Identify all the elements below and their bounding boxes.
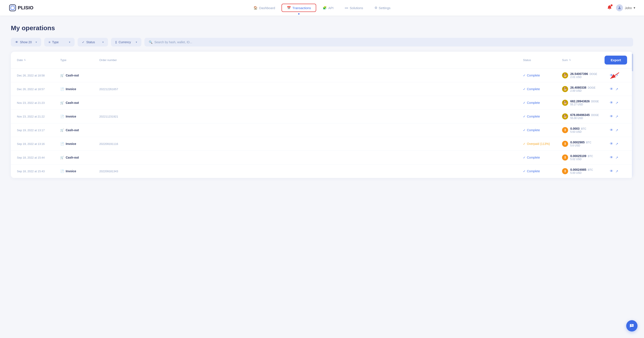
user-menu[interactable]: John ▾ bbox=[616, 4, 635, 11]
status-check-icon: ✓ bbox=[82, 40, 84, 44]
status-chevron-icon: ▾ bbox=[102, 41, 104, 44]
status-check-icon: ✓ bbox=[523, 74, 526, 77]
cell-type: 📄 Invoice bbox=[60, 142, 99, 145]
cell-sum: 🐕 26.4080338 DOGE 2.00 USD bbox=[562, 86, 610, 92]
status-check-icon: ✓ bbox=[523, 142, 526, 145]
notification-bell[interactable] bbox=[607, 5, 612, 11]
main-content: My operations 👁 Show 20 ▾ ≡ Type ▾ ✓ Sta… bbox=[0, 16, 644, 187]
doge-icon: 🐕 bbox=[562, 113, 568, 119]
btc-icon: ₿ bbox=[562, 168, 568, 174]
search-box[interactable]: 🔍 bbox=[144, 38, 633, 47]
transactions-table: Date ⇅ Type Order number Status Sum ⇅ Ex… bbox=[11, 52, 633, 178]
gear-icon: ⚙ bbox=[374, 6, 377, 10]
cell-actions: 👁 ↗ bbox=[610, 114, 627, 119]
nav-dashboard[interactable]: 🏠 Dashboard bbox=[249, 4, 280, 12]
col-order: Order number bbox=[99, 58, 523, 62]
date-sort-icon[interactable]: ⇅ bbox=[24, 59, 26, 62]
nav-transactions[interactable]: 📅 Transactions bbox=[282, 4, 316, 12]
external-link-icon[interactable]: ↗ bbox=[616, 73, 618, 78]
scrollbar-thumb[interactable] bbox=[632, 54, 633, 71]
external-link-icon[interactable]: ↗ bbox=[616, 169, 618, 173]
cell-type: 🛒 Cash-out bbox=[60, 128, 99, 132]
doge-icon: 🐕 bbox=[562, 100, 568, 106]
status-check-icon: ✓ bbox=[523, 101, 526, 104]
view-icon[interactable]: 👁 bbox=[610, 87, 613, 91]
currency-chevron-icon: ▾ bbox=[136, 41, 137, 44]
cell-date: Sep 19, 2022 at 13:16 bbox=[17, 142, 60, 145]
cell-status: ✓ Complete bbox=[523, 87, 562, 91]
table-row: Dec 26, 2022 at 18:58 🛒 Cash-out ✓ Compl… bbox=[11, 69, 633, 82]
cell-date: Nov 23, 2022 at 21:23 bbox=[17, 101, 60, 104]
dots-icon: ••• bbox=[345, 6, 348, 10]
logo[interactable]: PLISIO bbox=[9, 4, 34, 12]
avatar bbox=[616, 4, 623, 11]
user-icon bbox=[618, 6, 622, 10]
external-link-icon[interactable]: ↗ bbox=[616, 114, 618, 119]
view-icon[interactable]: 👁 bbox=[610, 169, 613, 173]
invoice-icon: 📄 bbox=[60, 142, 64, 145]
external-link-icon[interactable]: ↗ bbox=[616, 142, 618, 146]
search-input[interactable] bbox=[154, 40, 629, 44]
nav-api[interactable]: 🧩 API bbox=[318, 4, 338, 12]
cell-status: ✓ Complete bbox=[523, 74, 562, 77]
show-filter[interactable]: 👁 Show 20 ▾ bbox=[11, 38, 41, 47]
cell-status: ✓ Complete bbox=[523, 115, 562, 118]
sum-sort-icon[interactable]: ⇅ bbox=[569, 59, 571, 62]
external-link-icon[interactable]: ↗ bbox=[616, 101, 618, 105]
type-chevron-icon: ▾ bbox=[69, 41, 70, 44]
external-link-icon[interactable]: ↗ bbox=[616, 87, 618, 91]
plisio-logo-icon bbox=[9, 4, 16, 12]
status-check-icon: ✓ bbox=[523, 87, 526, 91]
search-icon: 🔍 bbox=[149, 40, 152, 44]
cell-sum: ₿ 0.00024985 BTC 5.00 USD bbox=[562, 168, 610, 175]
notification-dot bbox=[610, 4, 612, 6]
nav-solutions[interactable]: ••• Solutions bbox=[340, 4, 368, 12]
scrollbar-track[interactable] bbox=[632, 52, 633, 178]
cell-date: Sep 18, 2022 at 15:44 bbox=[17, 156, 60, 159]
cart-icon: 🛒 bbox=[60, 74, 64, 77]
view-icon[interactable]: 👁 bbox=[610, 101, 613, 105]
svg-rect-0 bbox=[10, 5, 16, 11]
cell-status: ✓ Complete bbox=[523, 170, 562, 173]
table-row: Dec 26, 2022 at 18:57 📄 Invoice 20221226… bbox=[11, 82, 633, 96]
filter-bar: 👁 Show 20 ▾ ≡ Type ▾ ✓ Status ▾ ₿ Curren… bbox=[11, 38, 633, 47]
external-link-icon[interactable]: ↗ bbox=[616, 155, 618, 160]
cell-date: Sep 19, 2022 at 13:17 bbox=[17, 129, 60, 132]
btc-icon: ₿ bbox=[562, 141, 568, 147]
cell-actions: 👁 ↗ bbox=[610, 87, 627, 91]
cell-date: Sep 18, 2022 at 15:43 bbox=[17, 170, 60, 173]
view-icon[interactable]: 👁 bbox=[610, 114, 613, 118]
cell-order: 202209191116 bbox=[99, 142, 523, 145]
cell-order: 202209181343 bbox=[99, 170, 523, 173]
view-icon[interactable]: 👁 bbox=[610, 155, 613, 159]
currency-filter[interactable]: ₿ Currency ▾ bbox=[111, 38, 142, 47]
page-title: My operations bbox=[11, 24, 633, 32]
cell-sum: ₿ 0.0002985 BTC 5.6 USD bbox=[562, 140, 610, 147]
external-link-icon[interactable]: ↗ bbox=[616, 128, 618, 132]
type-filter[interactable]: ≡ Type ▾ bbox=[44, 38, 74, 47]
export-button[interactable]: Export bbox=[604, 56, 627, 65]
view-icon[interactable]: 👁 bbox=[610, 128, 613, 132]
cell-order: 202211231921 bbox=[99, 115, 523, 118]
status-filter[interactable]: ✓ Status ▾ bbox=[78, 38, 108, 47]
cell-status: ✓ Overpaid (113%) bbox=[523, 142, 562, 145]
cell-actions: 👁 ↗ bbox=[610, 73, 627, 78]
cell-date: Dec 26, 2022 at 18:57 bbox=[17, 88, 60, 91]
type-icon: ≡ bbox=[48, 40, 50, 44]
nav-settings[interactable]: ⚙ Settings bbox=[370, 4, 395, 12]
invoice-icon: 📄 bbox=[60, 87, 64, 91]
cell-actions: 👁 ↗ bbox=[610, 169, 627, 173]
col-sum: Sum ⇅ bbox=[562, 58, 610, 62]
table-row: Sep 18, 2022 at 15:44 🛒 Cash-out ✓ Compl… bbox=[11, 151, 633, 164]
main-nav: 🏠 Dashboard 📅 Transactions 🧩 API ••• Sol… bbox=[249, 4, 395, 12]
status-check-icon: ✓ bbox=[523, 170, 526, 173]
view-icon[interactable]: 👁 bbox=[610, 142, 613, 146]
table-header: Date ⇅ Type Order number Status Sum ⇅ Ex… bbox=[11, 52, 633, 69]
view-icon[interactable]: 👁 bbox=[610, 73, 613, 77]
doge-icon: 🐕 bbox=[562, 72, 568, 78]
cell-date: Dec 26, 2022 at 18:58 bbox=[17, 74, 60, 77]
status-check-icon: ✓ bbox=[523, 156, 526, 159]
col-type: Type bbox=[60, 58, 99, 62]
cell-sum: 🐕 26.54007396 DOGE 2.01 USD bbox=[562, 72, 610, 79]
cell-actions: 👁 ↗ bbox=[610, 142, 627, 146]
